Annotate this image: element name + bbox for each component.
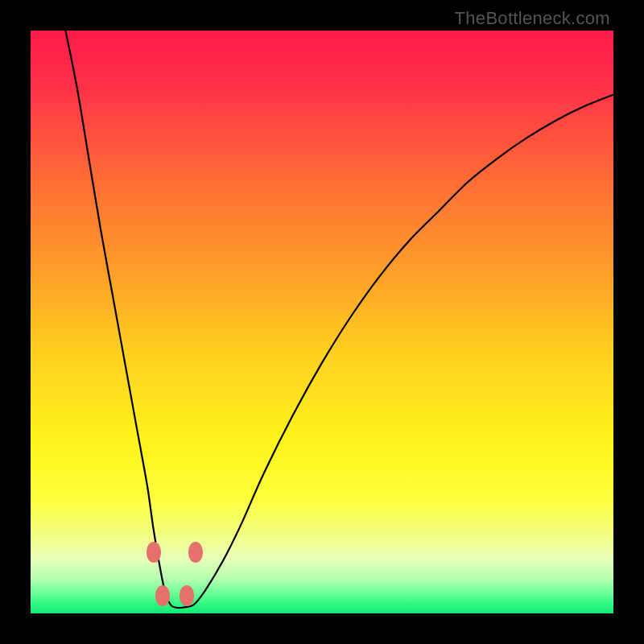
watermark-text: TheBottleneck.com — [455, 8, 610, 29]
curve-marker — [180, 585, 194, 606]
curve-marker — [155, 585, 170, 606]
plot-area — [31, 31, 613, 613]
svg-rect-0 — [31, 31, 613, 613]
curve-marker — [147, 542, 161, 563]
chart-frame: TheBottleneck.com — [0, 0, 644, 644]
curve-marker — [188, 542, 203, 563]
background-gradient — [31, 31, 613, 613]
